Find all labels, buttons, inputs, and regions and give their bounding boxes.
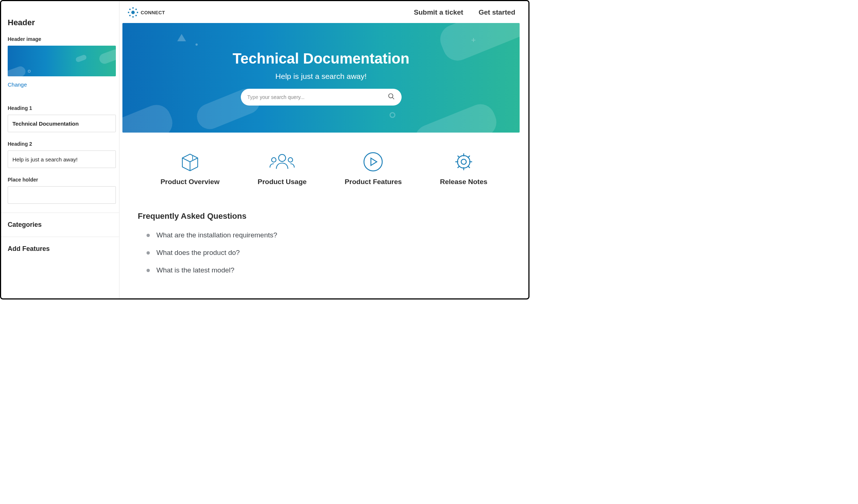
hero-title: Technical Documentation	[233, 50, 410, 67]
svg-point-1	[132, 7, 134, 9]
brand-text: CONNECT	[141, 10, 165, 15]
svg-point-5	[129, 9, 131, 10]
svg-point-9	[388, 93, 393, 98]
svg-point-11	[278, 154, 285, 161]
sidebar: Header Header image Change Heading 1 Hea…	[1, 1, 119, 298]
submit-ticket-link[interactable]: Submit a ticket	[414, 8, 463, 16]
svg-point-12	[272, 158, 276, 162]
svg-point-7	[129, 15, 131, 16]
change-image-link[interactable]: Change	[8, 81, 27, 88]
main-preview: CONNECT Submit a ticket Get started + Te…	[119, 1, 528, 298]
hero-banner: + Technical Documentation Help is just a…	[122, 23, 520, 133]
hero-subtitle: Help is just a search away!	[276, 72, 367, 81]
placeholder-block: Place holder	[8, 177, 113, 204]
header-image-label: Header image	[8, 36, 113, 42]
heading1-input[interactable]	[8, 115, 116, 132]
box-icon	[180, 151, 200, 173]
faq-item-text: What is the latest model?	[156, 266, 234, 274]
svg-point-3	[128, 12, 129, 13]
category-product-features[interactable]: Product Features	[345, 151, 402, 186]
svg-point-15	[461, 159, 466, 164]
brand[interactable]: CONNECT	[128, 7, 165, 18]
category-release-notes[interactable]: Release Notes	[440, 151, 487, 186]
bullet-icon	[147, 234, 150, 237]
category-product-overview[interactable]: Product Overview	[160, 151, 220, 186]
brand-logo-icon	[128, 7, 138, 18]
category-label: Product Usage	[258, 178, 307, 186]
svg-point-16	[458, 156, 470, 168]
heading2-input[interactable]	[8, 150, 116, 168]
faq-item-text: What does the product do?	[156, 249, 240, 257]
faq-item[interactable]: What does the product do?	[147, 249, 506, 257]
play-icon	[363, 151, 383, 173]
faq-item[interactable]: What is the latest model?	[147, 266, 506, 274]
heading2-label: Heading 2	[8, 141, 113, 147]
heading1-block: Heading 1	[8, 105, 113, 132]
svg-point-6	[135, 9, 137, 10]
category-label: Product Overview	[160, 178, 220, 186]
category-product-usage[interactable]: Product Usage	[258, 151, 307, 186]
sidebar-title: Header	[8, 18, 113, 27]
svg-point-13	[288, 158, 293, 162]
users-icon	[269, 151, 295, 173]
faq-item-text: What are the installation requirements?	[156, 231, 277, 239]
category-label: Release Notes	[440, 178, 487, 186]
gear-icon	[453, 151, 474, 173]
categories-row[interactable]: Categories	[1, 213, 119, 237]
svg-point-4	[137, 12, 138, 13]
category-label: Product Features	[345, 178, 402, 186]
placeholder-label: Place holder	[8, 177, 113, 183]
faq-title: Frequently Asked Questions	[138, 211, 506, 221]
svg-line-10	[392, 97, 394, 99]
heading2-block: Heading 2	[8, 141, 113, 168]
category-tiles: Product Overview Product Usage	[119, 133, 528, 193]
hero-search-input[interactable]	[247, 94, 388, 100]
header-image-block: Header image Change	[8, 36, 113, 96]
heading1-label: Heading 1	[8, 105, 113, 111]
svg-point-2	[132, 16, 134, 18]
svg-point-14	[364, 153, 382, 171]
placeholder-input[interactable]	[8, 186, 116, 204]
bullet-icon	[147, 269, 150, 272]
get-started-link[interactable]: Get started	[479, 8, 515, 16]
app-frame: Header Header image Change Heading 1 Hea…	[0, 0, 529, 299]
faq-section: Frequently Asked Questions What are the …	[119, 193, 528, 284]
search-icon[interactable]	[388, 93, 395, 102]
faq-item[interactable]: What are the installation requirements?	[147, 231, 506, 239]
header-image-thumbnail[interactable]	[8, 46, 116, 76]
svg-point-8	[135, 15, 137, 16]
add-features-row[interactable]: Add Features	[1, 237, 119, 261]
topbar: CONNECT Submit a ticket Get started	[119, 1, 528, 22]
hero-search[interactable]	[241, 89, 402, 106]
bullet-icon	[147, 251, 150, 255]
svg-point-0	[131, 11, 134, 14]
